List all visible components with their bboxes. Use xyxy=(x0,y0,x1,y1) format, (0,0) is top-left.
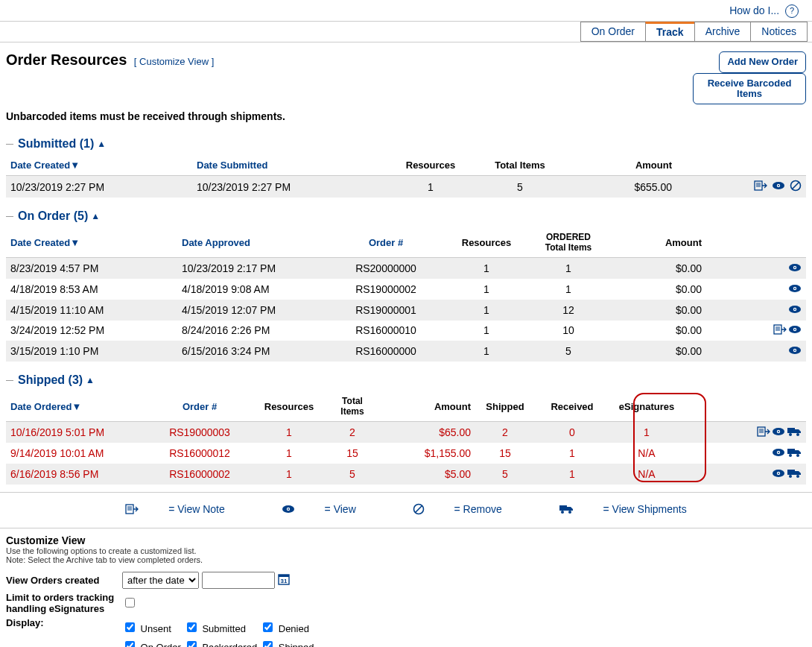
add-new-order-button[interactable]: Add New Order xyxy=(719,51,806,72)
tab-bar: On Order Track Archive Notices xyxy=(0,21,812,42)
customize-view-link[interactable]: [ Customize View ] xyxy=(134,56,214,67)
svg-point-14 xyxy=(794,288,796,289)
collapse-icon: ▲ xyxy=(86,375,95,385)
truck-icon[interactable] xyxy=(787,447,802,460)
svg-point-27 xyxy=(794,350,796,351)
customize-sub: Use the following options to create a cu… xyxy=(6,546,806,564)
col-order-num[interactable]: Order # xyxy=(148,391,252,422)
col-shipped: Shipped xyxy=(475,391,535,422)
svg-point-42 xyxy=(789,454,792,457)
svg-point-11 xyxy=(794,267,796,268)
help-text: How do I... xyxy=(729,4,779,16)
display-check-on order[interactable] xyxy=(125,641,135,647)
tab-notices[interactable]: Notices xyxy=(750,22,808,42)
view-icon[interactable] xyxy=(788,262,802,275)
col-received: Received xyxy=(535,391,609,422)
svg-point-24 xyxy=(794,329,796,330)
col-resources: Resources xyxy=(445,227,527,258)
col-esignatures: eSignatures xyxy=(609,391,684,422)
col-date-submitted[interactable]: Date Submitted xyxy=(192,155,386,176)
truck-icon[interactable] xyxy=(787,426,802,439)
svg-point-60 xyxy=(561,511,564,514)
col-date-created[interactable]: Date Created▼ xyxy=(6,155,192,176)
note-icon xyxy=(125,504,139,517)
table-row: 10/16/2019 5:01 PMRS1900000312$65.00201 xyxy=(6,422,806,443)
orders-created-label: View Orders created xyxy=(6,575,122,586)
svg-point-37 xyxy=(796,433,799,436)
date-mode-select[interactable]: after the date xyxy=(122,572,199,589)
remove-icon[interactable] xyxy=(790,180,802,194)
limit-esig-checkbox[interactable] xyxy=(125,598,135,607)
svg-rect-47 xyxy=(787,470,795,475)
table-row: 4/15/2019 11:10 AM4/15/2019 12:07 PMRS19… xyxy=(6,300,806,321)
svg-point-36 xyxy=(789,433,792,436)
calendar-icon[interactable]: 31 xyxy=(278,573,290,587)
display-check-denied[interactable] xyxy=(263,622,273,632)
col-resources: Resources xyxy=(386,155,475,176)
submitted-table: Date Created▼ Date Submitted Resources T… xyxy=(6,155,806,198)
view-icon[interactable] xyxy=(772,447,785,460)
table-row: 3/24/2019 12:52 PM8/24/2016 2:26 PMRS160… xyxy=(6,321,806,341)
customize-title: Customize View xyxy=(6,534,806,546)
col-amount: Amount xyxy=(378,391,475,422)
col-amount: Amount xyxy=(565,155,676,176)
note-icon[interactable] xyxy=(773,324,787,337)
tab-archive[interactable]: Archive xyxy=(694,22,752,42)
limit-esig-label: Limit to orders tracking handling eSigna… xyxy=(6,592,122,614)
legend: = View Note = View = Remove = View Shipm… xyxy=(0,492,812,528)
svg-point-6 xyxy=(778,185,779,186)
table-row: 6/16/2019 8:56 PMRS1600000215$5.0051N/A xyxy=(6,464,806,485)
display-check-backordered[interactable] xyxy=(187,641,197,647)
view-icon[interactable] xyxy=(788,345,802,358)
col-date-created[interactable]: Date Created▼ xyxy=(6,227,177,258)
col-order-num[interactable]: Order # xyxy=(326,227,445,258)
receive-barcoded-button[interactable]: Receive Barcoded Items xyxy=(693,73,806,105)
section-submitted-header[interactable]: Submitted (1)▲ xyxy=(0,133,812,155)
view-icon[interactable] xyxy=(788,304,802,317)
info-note: Unbarcoded items must be received throug… xyxy=(0,104,812,133)
view-icon[interactable] xyxy=(788,324,802,337)
help-icon: ? xyxy=(785,4,799,18)
onorder-table: Date Created▼ Date Approved Order # Reso… xyxy=(6,227,806,362)
section-onorder-header[interactable]: On Order (5)▲ xyxy=(0,205,812,227)
truck-icon[interactable] xyxy=(787,468,802,481)
table-row: 10/23/2019 2:27 PM 10/23/2019 2:27 PM 1 … xyxy=(6,176,806,198)
svg-point-48 xyxy=(789,475,792,478)
view-icon xyxy=(282,504,295,517)
view-icon[interactable] xyxy=(772,426,785,439)
section-shipped-header[interactable]: Shipped (3)▲ xyxy=(0,369,812,391)
svg-point-56 xyxy=(288,508,289,510)
svg-point-61 xyxy=(568,511,571,514)
svg-rect-28 xyxy=(758,427,765,436)
svg-line-8 xyxy=(793,183,799,189)
col-ordered-total: ORDEREDTotal Items xyxy=(527,227,609,258)
date-input[interactable] xyxy=(202,572,275,589)
remove-icon xyxy=(413,503,425,517)
display-label: Display: xyxy=(6,617,122,628)
tab-on-order[interactable]: On Order xyxy=(580,22,646,42)
display-check-submitted[interactable] xyxy=(187,622,197,632)
svg-point-40 xyxy=(778,452,779,453)
view-icon[interactable] xyxy=(772,180,785,193)
note-icon[interactable] xyxy=(754,180,767,193)
tab-track[interactable]: Track xyxy=(645,22,695,42)
svg-point-49 xyxy=(796,475,799,478)
col-date-approved[interactable]: Date Approved xyxy=(177,227,326,258)
col-date-ordered[interactable]: Date Ordered▼ xyxy=(6,391,148,422)
note-icon[interactable] xyxy=(757,426,770,439)
svg-rect-50 xyxy=(126,505,133,514)
display-check-unsent[interactable] xyxy=(125,622,135,632)
table-row: 3/15/2019 1:10 PM6/15/2016 3:24 PMRS1600… xyxy=(6,341,806,362)
svg-point-46 xyxy=(778,473,779,474)
svg-line-58 xyxy=(415,505,422,512)
help-link[interactable]: How do I... ? xyxy=(0,0,812,21)
view-icon[interactable] xyxy=(772,468,785,481)
collapse-icon: ▲ xyxy=(91,211,100,221)
col-total-items: TotalItems xyxy=(326,391,378,422)
display-check-shipped[interactable] xyxy=(263,641,273,647)
view-icon[interactable] xyxy=(788,283,802,296)
shipped-table: Date Ordered▼ Order # Resources TotalIte… xyxy=(6,391,806,484)
col-total-items: Total Items xyxy=(475,155,565,176)
table-row: 9/14/2019 10:01 AMRS16000012115$1,155.00… xyxy=(6,443,806,464)
page-title: Order Resources [ Customize View ] xyxy=(6,51,214,69)
